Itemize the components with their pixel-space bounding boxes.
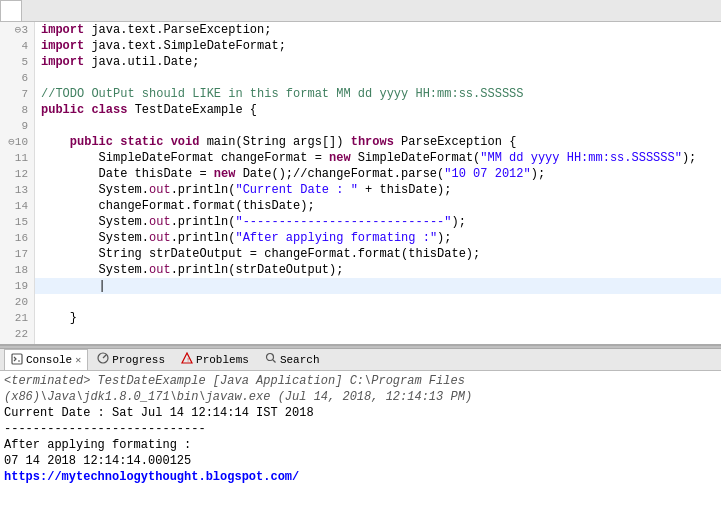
line-content: System.out.println("Current Date : " + t… xyxy=(35,182,452,198)
line-number: 13 xyxy=(0,182,35,198)
console-tab-bar: Console✕Progress!ProblemsSearch xyxy=(0,349,721,371)
line-number: 5 xyxy=(0,54,35,70)
line-number: 7 xyxy=(0,86,35,102)
console-output-line: 07 14 2018 12:14:14.000125 xyxy=(4,453,717,469)
blog-link[interactable]: https://mytechnologythought.blogspot.com… xyxy=(4,470,299,484)
line-number: 6 xyxy=(0,70,35,86)
line-number: 8 xyxy=(0,102,35,118)
problems-icon: ! xyxy=(181,352,193,367)
console-output-line: Current Date : Sat Jul 14 12:14:14 IST 2… xyxy=(4,405,717,421)
line-content: //TODO OutPut should LIKE in this format… xyxy=(35,86,523,102)
console-output-line: ---------------------------- xyxy=(4,421,717,437)
code-line: 4import java.text.SimpleDateFormat; xyxy=(0,38,721,54)
line-number: 18 xyxy=(0,262,35,278)
line-content: String strDateOutput = changeFormat.form… xyxy=(35,246,480,262)
console-output-line: After applying formating : xyxy=(4,437,717,453)
line-content: import java.text.SimpleDateFormat; xyxy=(35,38,286,54)
console-terminated-line: <terminated> TestDateExample [Java Appli… xyxy=(4,373,717,405)
line-number: 15 xyxy=(0,214,35,230)
code-line: 7//TODO OutPut should LIKE in this forma… xyxy=(0,86,721,102)
code-line: 21 } xyxy=(0,310,721,326)
line-number: 22 xyxy=(0,326,35,342)
editor-tab[interactable] xyxy=(0,0,22,21)
line-number: 12 xyxy=(0,166,35,182)
console-tab-problems[interactable]: !Problems xyxy=(174,349,256,370)
line-content: changeFormat.format(thisDate); xyxy=(35,198,315,214)
line-number: 9 xyxy=(0,118,35,134)
line-number: 20 xyxy=(0,294,35,310)
line-number: ⊖3 xyxy=(0,22,35,38)
search-icon xyxy=(265,352,277,367)
console-tab-label: Progress xyxy=(112,354,165,366)
console-tab-label: Console xyxy=(26,354,72,366)
line-content: public static void main(String args[]) t… xyxy=(35,134,516,150)
code-line: 6 xyxy=(0,70,721,86)
code-line: ⊖10 public static void main(String args[… xyxy=(0,134,721,150)
code-line: 8public class TestDateExample { xyxy=(0,102,721,118)
line-content: | xyxy=(35,278,106,294)
code-line: 15 System.out.println("-----------------… xyxy=(0,214,721,230)
line-number: ⊖10 xyxy=(0,134,35,150)
line-number: 11 xyxy=(0,150,35,166)
line-content: import java.text.ParseException; xyxy=(35,22,271,38)
console-tab-label: Search xyxy=(280,354,320,366)
code-line: 5import java.util.Date; xyxy=(0,54,721,70)
code-line: 17 String strDateOutput = changeFormat.f… xyxy=(0,246,721,262)
line-number: 19 xyxy=(0,278,35,294)
svg-rect-0 xyxy=(12,354,22,364)
progress-icon xyxy=(97,352,109,367)
code-line: 20 xyxy=(0,294,721,310)
console-container: Console✕Progress!ProblemsSearch <termina… xyxy=(0,349,721,510)
line-content: } xyxy=(35,310,77,326)
editor-container: ⊖3import java.text.ParseException; 4impo… xyxy=(0,0,721,345)
line-content xyxy=(35,118,48,134)
console-tab-close[interactable]: ✕ xyxy=(75,354,81,366)
editor-tab-bar xyxy=(0,0,721,22)
console-tab-progress[interactable]: Progress xyxy=(90,349,172,370)
line-number: 21 xyxy=(0,310,35,326)
line-content xyxy=(35,294,48,310)
code-line: 19 | xyxy=(0,278,721,294)
line-number: 17 xyxy=(0,246,35,262)
line-content xyxy=(35,70,48,86)
console-icon xyxy=(11,353,23,368)
console-tab-search[interactable]: Search xyxy=(258,349,327,370)
code-line: 18 System.out.println(strDateOutput); xyxy=(0,262,721,278)
line-content: System.out.println("After applying forma… xyxy=(35,230,452,246)
code-line: 11 SimpleDateFormat changeFormat = new S… xyxy=(0,150,721,166)
code-line: 16 System.out.println("After applying fo… xyxy=(0,230,721,246)
code-line: 12 Date thisDate = new Date();//changeFo… xyxy=(0,166,721,182)
line-content xyxy=(35,326,48,342)
line-number: 14 xyxy=(0,198,35,214)
console-link-line: https://mytechnologythought.blogspot.com… xyxy=(4,469,717,485)
line-content: System.out.println("--------------------… xyxy=(35,214,466,230)
line-content: public class TestDateExample { xyxy=(35,102,257,118)
code-editor[interactable]: ⊖3import java.text.ParseException; 4impo… xyxy=(0,22,721,345)
code-line: 9 xyxy=(0,118,721,134)
line-content: Date thisDate = new Date();//changeForma… xyxy=(35,166,545,182)
svg-text:!: ! xyxy=(186,357,190,364)
code-line: 13 System.out.println("Current Date : " … xyxy=(0,182,721,198)
code-line: 22 xyxy=(0,326,721,342)
svg-point-3 xyxy=(266,354,273,361)
code-line: 14 changeFormat.format(thisDate); xyxy=(0,198,721,214)
line-content: System.out.println(strDateOutput); xyxy=(35,262,343,278)
line-number: 4 xyxy=(0,38,35,54)
console-tab-console[interactable]: Console✕ xyxy=(4,349,88,370)
line-number: 16 xyxy=(0,230,35,246)
code-line: ⊖3import java.text.ParseException; xyxy=(0,22,721,38)
console-tab-label: Problems xyxy=(196,354,249,366)
console-body: <terminated> TestDateExample [Java Appli… xyxy=(0,371,721,510)
line-content: import java.util.Date; xyxy=(35,54,199,70)
line-content: SimpleDateFormat changeFormat = new Simp… xyxy=(35,150,696,166)
